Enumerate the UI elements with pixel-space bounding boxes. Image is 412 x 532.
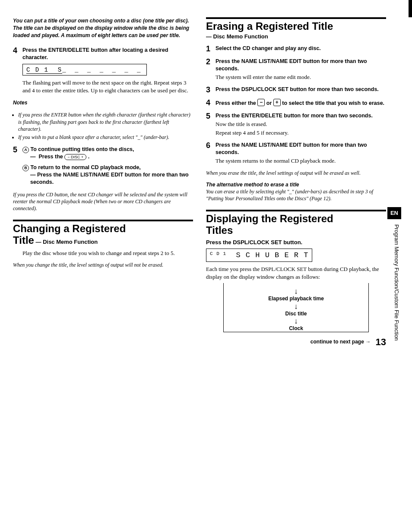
lcd-display: C D 1 S_ _ _ _ _ _ _ [22,64,147,76]
circle-b-icon: B [22,165,29,171]
section-rule [13,220,193,221]
page-number: 13 [376,337,386,347]
step-number: 1 [206,45,216,53]
note-item: If you wish to put a blank space after a… [18,134,193,141]
flow-diagram: ↓ Elapsed playback time ↓ Disc title ↓ C… [223,283,369,332]
page-footer: continue to next page → 13 [206,336,386,349]
section-rule [206,17,386,19]
section-rule [206,210,386,211]
step-number: 5 [13,146,22,186]
erase-step-1: 1 Select the CD changer and play any dis… [206,45,386,53]
step-label: Press either the − or + to select the ti… [216,99,386,107]
plus-button-icon: + [273,99,281,106]
arrow-down-icon: ↓ [237,317,355,325]
step-number: 4 [206,99,216,107]
notes-heading: Notes [13,99,193,106]
left-column: You can put a title of your own choosing… [13,17,193,349]
step-label: Press the DSPL/CLOCK SET button for more… [216,86,386,93]
note-item: If you press the ENTER button when the e… [18,111,193,132]
erasing-subheading: — Disc Memo Function [206,33,386,41]
alt-method-heading: The alternative method to erase a title [206,181,386,188]
step-5a: A To continue putting titles onto the di… [22,146,193,153]
flow-item: Elapsed playback time [237,295,355,302]
lcd-display: C D 1 S C H U B E R T [206,249,312,262]
erase-step-6: 6 Press the NAME LIST/NAME EDIT button f… [206,142,386,164]
erasing-heading: Erasing a Registered Title [206,21,386,32]
step-label: Press the NAME LIST/NAME EDIT button for… [216,142,386,156]
step-number: 4 [13,47,22,94]
erase-step-3: 3 Press the DSPL/CLOCK SET button for mo… [206,86,386,94]
step-number: 2 [206,58,216,81]
erase-step-5: 5 Press the ENTER/DELETE button for more… [206,112,386,136]
displaying-heading: Displaying the RegisteredTitles [206,213,386,236]
flow-item: Disc title [237,310,355,317]
displaying-sub: Press the DSPL/CLOCK SET button. [206,239,386,246]
tail-note: If you press the CD button, the next CD … [13,191,193,212]
erase-step-4: 4 Press either the − or + to select the … [206,99,386,107]
changing-note: When you change the title, the level set… [13,261,193,268]
changing-title-heading: Changing a Registered Title — Disc Memo … [13,223,193,246]
step-5b-sub: — Press the NAME LIST/NAME EDIT button f… [30,171,193,186]
step-5a-sub: — Press the − DISC + . [30,153,193,161]
step-label: Press the ENTER/DELETE button for more t… [216,112,386,120]
top-edge-mark [409,0,412,17]
step-4-description: The flashing part will move to the next … [22,79,193,94]
step-4: 4 Press the ENTER/DELETE button after lo… [13,47,193,94]
disc-button-icon: − DISC + [64,154,86,160]
step-5: 5 A To continue putting titles onto the … [13,146,193,186]
erase-step-2: 2 Press the NAME LIST/NAME EDIT button f… [206,58,386,81]
arrow-down-icon: ↓ [237,287,355,295]
alt-method-text: You can erase a title by selecting eight… [206,188,386,202]
step-label: Press the NAME LIST/NAME EDIT button for… [216,58,386,72]
step-5b: B To return to the normal CD playback mo… [22,164,193,171]
step-text: Now the title is erased. [216,120,386,128]
changing-body: Play the disc whose title you wish to ch… [22,249,193,257]
step-4-instruction: Press the ENTER/DELETE button after loca… [22,47,193,61]
displaying-body: Each time you press the DSPL/CLOCK SET b… [206,265,386,280]
erase-note: When you erase the title, the level sett… [206,170,386,176]
step-number: 3 [206,86,216,94]
minus-button-icon: − [257,99,265,106]
circle-a-icon: A [22,147,29,153]
section-side-label: Program Memory Function/Custom File Func… [393,224,400,341]
step-text: The system will enter the name edit mode… [216,73,386,81]
notes-list: If you press the ENTER button when the e… [13,111,193,141]
step-label: Select the CD changer and play any disc. [216,45,386,52]
page-columns: You can put a title of your own choosing… [13,17,386,349]
step-text: The system returns to the normal CD play… [216,157,386,165]
step-number: 5 [206,112,216,136]
intro-paragraph: You can put a title of your own choosing… [13,17,193,39]
arrow-down-icon: ↓ [237,302,355,310]
flow-item: Clock [237,325,355,332]
right-column: Erasing a Registered Title — Disc Memo F… [206,17,386,349]
step-number: 6 [206,142,216,164]
step-text: Repeat step 4 and 5 if necessary. [216,129,386,137]
language-tab: EN [387,207,401,219]
